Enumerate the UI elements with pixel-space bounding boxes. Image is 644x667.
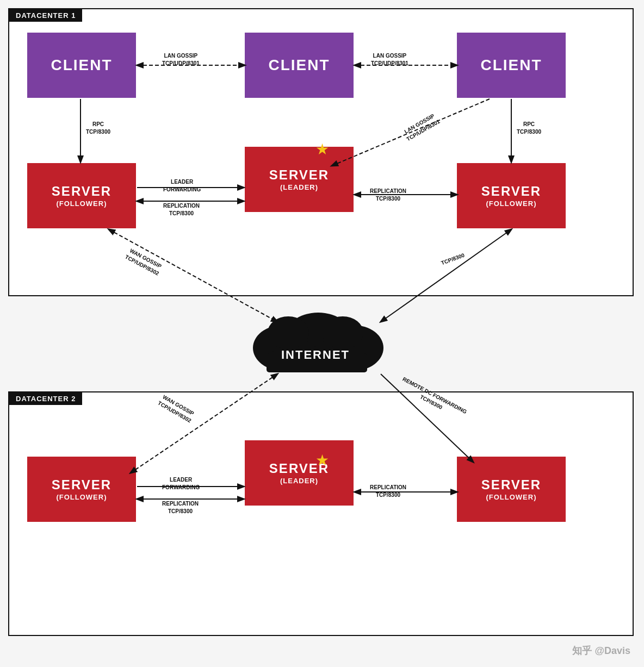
- client3-node: CLIENT: [457, 33, 566, 98]
- svg-text:INTERNET: INTERNET: [281, 348, 350, 361]
- server1-follower2-node: SERVER (FOLLOWER): [457, 163, 566, 228]
- server2-follower-node: SERVER (FOLLOWER): [27, 457, 136, 522]
- leader-star-dc2: ★: [315, 451, 329, 469]
- internet-cloud: INTERNET: [234, 304, 397, 375]
- svg-point-6: [268, 316, 309, 349]
- datacenter2-label: DATACENTER 2: [9, 392, 82, 405]
- watermark: 知乎 @Davis: [572, 644, 630, 657]
- server2-leader-node: SERVER (LEADER): [245, 440, 354, 506]
- server2-follower2-node: SERVER (FOLLOWER): [457, 457, 566, 522]
- server1-follower-node: SERVER (FOLLOWER): [27, 163, 136, 228]
- svg-point-7: [322, 316, 363, 349]
- leader-star-dc1: ★: [315, 140, 329, 158]
- client1-node: CLIENT: [27, 33, 136, 98]
- server1-leader-node: SERVER (LEADER): [245, 147, 354, 212]
- datacenter1-label: DATACENTER 1: [9, 9, 82, 22]
- client2-node: CLIENT: [245, 33, 354, 98]
